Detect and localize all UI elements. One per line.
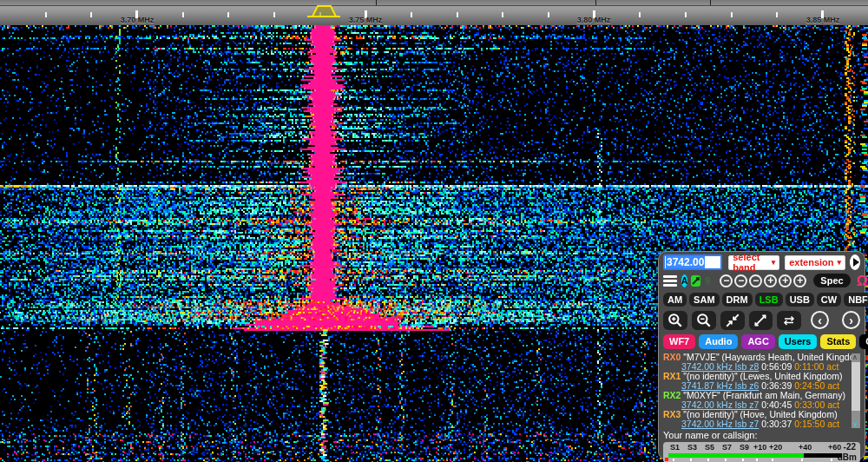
wf-max-plus-button[interactable]: + [764,274,777,287]
scale-label: 3.75 MHz [349,16,383,24]
mode-cw-button[interactable]: CW [817,293,841,307]
zoom-in-button[interactable] [663,311,687,330]
mode-sam-button[interactable]: SAM [689,293,719,307]
smeter-label: S1 [670,443,680,452]
smeter-label: +10 [753,443,766,452]
rx-slot-label: RX3 [663,409,681,419]
tab-wf[interactable]: WF7 [663,334,695,349]
control-panel: 3742.00 select band▾ extension▾ A 9 − − [658,251,865,460]
frequency-input[interactable]: 3742.00 [663,254,722,270]
scale-label: 3.85 MHz [806,16,840,24]
user-row: RX0 "M7VJE" (Haywards Heath, United King… [663,353,849,372]
menu-icon[interactable] [663,275,677,287]
wf-max-plus-button[interactable]: + [793,274,806,287]
memory-digit: 9 [705,275,710,286]
arrows-outward-icon [753,313,768,328]
arrows-inward-icon [725,313,740,328]
wf-min-minus-button[interactable]: − [749,274,762,287]
user-row: RX3 "(no identity)" (Hove, United Kingdo… [663,410,849,429]
scroll-up-icon[interactable]: ∧ [852,353,858,362]
user-frequency-link[interactable]: 3742.00 kHz lsb z7 [681,419,759,429]
page-down-band-button[interactable]: ‹ [811,311,829,329]
smeter-label: +20 [769,443,782,452]
frequency-row: 3742.00 select band▾ extension▾ [663,254,860,270]
mode-nbfm-button[interactable]: NBFM [844,293,868,307]
users-list: RX0 "M7VJE" (Haywards Heath, United King… [663,353,860,429]
chevron-down-icon: ▾ [772,258,776,267]
rx-slot-label: RX0 [663,353,681,362]
chevron-down-icon: ▾ [838,258,842,267]
zoom-row: ‹ › [663,310,860,330]
s-meter: S1 S3 S5 S7 S9 +10 +20 +40 +60 -22 dBm [663,442,860,462]
headphones-icon[interactable]: Ω [857,274,868,287]
band-select[interactable]: select band▾ [728,255,779,270]
scale-label: 3.70 MHz [121,16,155,24]
smeter-label: S9 [740,443,749,452]
wf-min-minus-button[interactable]: − [734,274,747,287]
user-row: RX1 "(no identity)" (Lewes, United Kingd… [663,372,849,391]
tab-users[interactable]: Users [779,334,818,349]
band-bar [0,0,868,6]
tuning-passband-marker[interactable] [306,3,342,19]
tab-stats[interactable]: Stats [820,334,856,349]
scale-label: 3.80 MHz [577,16,611,24]
smeter-label: S5 [705,443,714,452]
waterfall-controls-row: A 9 − − − + + + Spec Ω [663,273,860,288]
play-icon [853,258,859,267]
wf-min-minus-button[interactable]: − [720,274,733,287]
mode-row: AM SAM DRM LSB USB CW NBFM IQ [663,292,860,307]
magnifier-plus-icon [667,313,683,328]
panel-tabs-row: WF7 Audio AGC Users Stats Off [663,334,860,349]
connect-time: 0:30:37 [761,419,792,429]
waterfall-gain-buttons: − − − + + + [718,274,806,287]
slider-icon [691,276,700,286]
user-row: RX2 "M0XYF" (Frankfurt am Main, Germany)… [663,391,849,410]
left-right-arrows-icon [781,314,797,327]
zoom-to-band-button[interactable] [749,311,773,330]
magnifier-minus-icon [696,313,712,328]
wf-max-plus-button[interactable]: + [779,274,792,287]
scroll-down-icon[interactable]: ∨ [852,419,858,429]
page-up-band-button[interactable]: › [842,311,860,329]
slider-mode-button[interactable] [691,275,700,287]
smeter-green-bar [668,453,804,458]
rx-slot-label: RX1 [663,371,681,381]
smeter-label: S3 [687,443,697,452]
tab-off[interactable]: Off [859,334,868,349]
waterfall-autoscale-button[interactable]: A [681,274,687,287]
mode-usb-button[interactable]: USB [786,293,814,307]
smeter-overload-dot [665,458,668,461]
mode-lsb-button[interactable]: LSB [755,293,783,307]
users-scrollbar[interactable]: ∧ ∨ [852,353,860,428]
play-button[interactable] [850,254,860,270]
smeter-label: S7 [722,443,732,452]
smeter-value: -22 [844,442,856,452]
smeter-track [668,453,842,458]
extension-select[interactable]: extension▾ [785,255,845,270]
passband-swap-button[interactable] [777,311,801,330]
zoom-out-button[interactable] [692,311,716,330]
mode-drm-button[interactable]: DRM [722,293,753,307]
websdr-screen: 3.70 MHz 3.75 MHz 3.80 MHz 3.85 MHz 3742… [0,0,868,462]
mode-am-button[interactable]: AM [663,293,687,307]
zoom-to-passband-button[interactable] [720,311,745,330]
tab-agc[interactable]: AGC [741,334,774,349]
tab-audio[interactable]: Audio [699,334,738,349]
rx-slot-label: RX2 [663,390,681,400]
spectrum-button[interactable]: Spec [813,274,850,287]
callsign-prompt: Your name or callsign: [663,430,860,440]
frequency-scale[interactable]: 3.70 MHz 3.75 MHz 3.80 MHz 3.85 MHz [0,0,868,25]
smeter-label: +60 [828,443,841,452]
active-time: 0:15:50 act [794,419,839,429]
scrollbar-thumb[interactable] [852,362,860,411]
smeter-label: +40 [799,443,812,452]
